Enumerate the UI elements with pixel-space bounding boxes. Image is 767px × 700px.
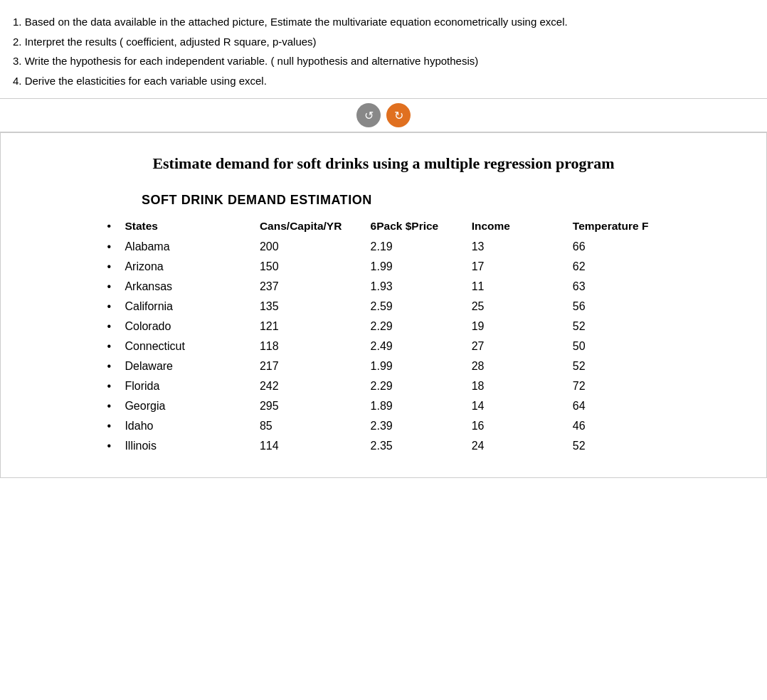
row-price: 1.93	[365, 277, 466, 297]
header-income: Income	[466, 216, 567, 237]
row-temp: 72	[567, 376, 668, 396]
row-income: 24	[466, 436, 567, 456]
row-price: 2.19	[365, 237, 466, 257]
redo-icon: ↻	[394, 109, 403, 122]
header-price: 6Pack $Price	[365, 216, 466, 237]
row-state: Arkansas	[119, 277, 254, 297]
row-cans: 242	[254, 376, 365, 396]
row-bullet: •	[99, 416, 119, 436]
row-state: Florida	[119, 376, 254, 396]
row-income: 14	[466, 396, 567, 416]
row-temp: 63	[567, 277, 668, 297]
instruction-2: 2. Interpret the results ( coefficient, …	[13, 33, 754, 51]
row-state: Georgia	[119, 396, 254, 416]
row-cans: 135	[254, 297, 365, 317]
row-bullet: •	[99, 396, 119, 416]
row-price: 2.49	[365, 336, 466, 356]
row-price: 2.29	[365, 317, 466, 336]
table-row: • Alabama 200 2.19 13 66	[99, 237, 668, 257]
row-cans: 85	[254, 416, 365, 436]
row-bullet: •	[99, 336, 119, 356]
table-row: • California 135 2.59 25 56	[99, 297, 668, 317]
row-temp: 50	[567, 336, 668, 356]
row-cans: 217	[254, 356, 365, 376]
table-row: • Illinois 114 2.35 24 52	[99, 436, 668, 456]
table-row: • Connecticut 118 2.49 27 50	[99, 336, 668, 356]
row-temp: 56	[567, 297, 668, 317]
table-row: • Arizona 150 1.99 17 62	[99, 257, 668, 277]
row-bullet: •	[99, 277, 119, 297]
row-cans: 237	[254, 277, 365, 297]
instruction-1: 1. Based on the data available in the at…	[13, 13, 754, 31]
instruction-3: 3. Write the hypothesis for each indepen…	[13, 52, 754, 70]
row-state: Delaware	[119, 356, 254, 376]
table-row: • Arkansas 237 1.93 11 63	[99, 277, 668, 297]
row-income: 17	[466, 257, 567, 277]
row-income: 18	[466, 376, 567, 396]
row-state: Alabama	[119, 237, 254, 257]
instructions-section: 1. Based on the data available in the at…	[0, 0, 767, 98]
row-bullet: •	[99, 376, 119, 396]
row-state: Arizona	[119, 257, 254, 277]
row-bullet: •	[99, 257, 119, 277]
row-temp: 46	[567, 416, 668, 436]
row-income: 28	[466, 356, 567, 376]
row-temp: 52	[567, 436, 668, 456]
row-price: 2.29	[365, 376, 466, 396]
row-state: California	[119, 297, 254, 317]
row-cans: 118	[254, 336, 365, 356]
row-price: 2.35	[365, 436, 466, 456]
row-bullet: •	[99, 297, 119, 317]
row-temp: 52	[567, 356, 668, 376]
row-temp: 52	[567, 317, 668, 336]
header-cans: Cans/Capita/YR	[254, 216, 365, 237]
row-temp: 66	[567, 237, 668, 257]
table-row: • Colorado 121 2.29 19 52	[99, 317, 668, 336]
row-price: 1.89	[365, 396, 466, 416]
redo-button[interactable]: ↻	[386, 103, 411, 127]
row-state: Illinois	[119, 436, 254, 456]
undo-button[interactable]: ↺	[356, 103, 381, 127]
row-cans: 295	[254, 396, 365, 416]
row-cans: 150	[254, 257, 365, 277]
table-section: SOFT DRINK DEMAND ESTIMATION • States Ca…	[99, 193, 668, 456]
row-bullet: •	[99, 237, 119, 257]
row-income: 13	[466, 237, 567, 257]
table-row: • Florida 242 2.29 18 72	[99, 376, 668, 396]
data-table: • States Cans/Capita/YR 6Pack $Price Inc…	[99, 216, 668, 456]
row-cans: 114	[254, 436, 365, 456]
row-price: 1.99	[365, 356, 466, 376]
header-bullet: •	[99, 216, 119, 237]
undo-icon: ↺	[364, 109, 374, 122]
row-income: 19	[466, 317, 567, 336]
row-bullet: •	[99, 436, 119, 456]
table-row: • Georgia 295 1.89 14 64	[99, 396, 668, 416]
row-income: 11	[466, 277, 567, 297]
row-cans: 200	[254, 237, 365, 257]
header-states: States	[119, 216, 254, 237]
row-state: Connecticut	[119, 336, 254, 356]
row-state: Colorado	[119, 317, 254, 336]
table-row: • Delaware 217 1.99 28 52	[99, 356, 668, 376]
content-section: Estimate demand for soft drinks using a …	[0, 132, 767, 478]
row-bullet: •	[99, 317, 119, 336]
instruction-4: 4. Derive the elasticities for each vari…	[13, 72, 754, 90]
table-header-row: • States Cans/Capita/YR 6Pack $Price Inc…	[99, 216, 668, 237]
row-cans: 121	[254, 317, 365, 336]
table-row: • Idaho 85 2.39 16 46	[99, 416, 668, 436]
row-income: 27	[466, 336, 567, 356]
table-heading: SOFT DRINK DEMAND ESTIMATION	[142, 193, 668, 208]
row-bullet: •	[99, 356, 119, 376]
toolbar: ↺ ↻	[0, 98, 767, 132]
row-price: 1.99	[365, 257, 466, 277]
row-temp: 64	[567, 396, 668, 416]
row-price: 2.59	[365, 297, 466, 317]
row-state: Idaho	[119, 416, 254, 436]
row-income: 16	[466, 416, 567, 436]
row-temp: 62	[567, 257, 668, 277]
header-temp: Temperature F	[567, 216, 668, 237]
row-income: 25	[466, 297, 567, 317]
chart-title: Estimate demand for soft drinks using a …	[15, 154, 752, 173]
row-price: 2.39	[365, 416, 466, 436]
